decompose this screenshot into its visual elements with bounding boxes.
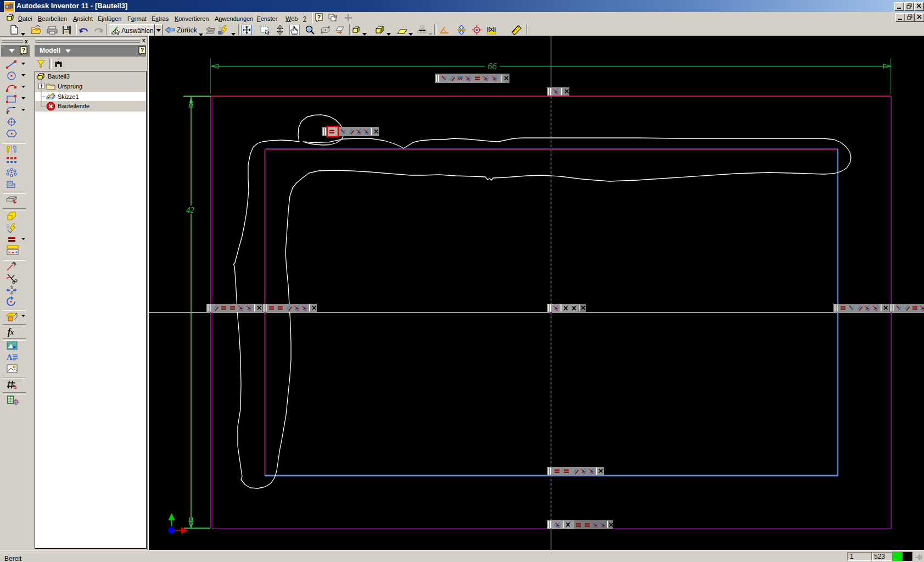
svg-text:42: 42 [186,205,195,214]
svg-text:66: 66 [488,61,497,71]
svg-text:?: ? [141,47,144,53]
svg-text:?: ? [22,47,25,53]
svg-text:|(x)|: |(x)| [487,26,496,32]
svg-text:A: A [7,353,13,361]
svg-text:?: ? [317,14,321,20]
